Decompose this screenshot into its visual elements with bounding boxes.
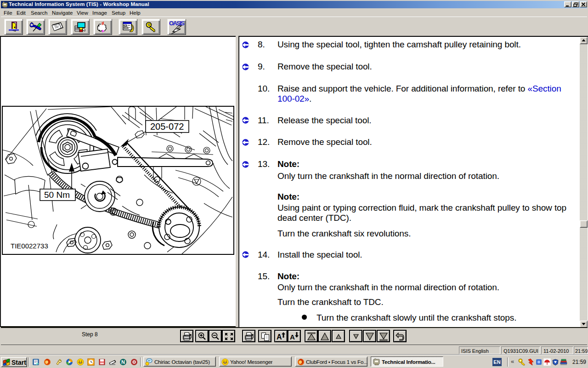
svg-text:TIE0022733: TIE0022733	[11, 242, 48, 250]
svg-text:A: A	[277, 333, 282, 341]
svg-text:50 Nm: 50 Nm	[44, 190, 70, 200]
svg-text:N: N	[121, 359, 125, 365]
svg-text:205-072: 205-072	[150, 121, 184, 132]
svg-text:OASIS: OASIS	[169, 20, 185, 27]
svg-text:A: A	[290, 333, 295, 341]
